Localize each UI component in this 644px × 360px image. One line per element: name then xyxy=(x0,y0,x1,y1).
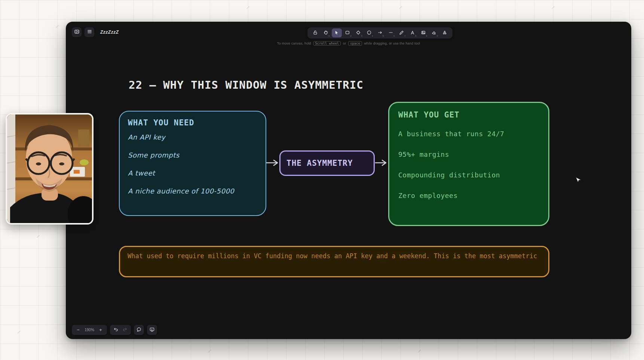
get-item: Zero employees xyxy=(398,192,458,199)
arrow-tool-button[interactable]: 5 xyxy=(375,28,385,37)
get-item: Compounding distribution xyxy=(398,171,500,179)
canvas-hint: To move canvas, hold Scroll wheel or spa… xyxy=(66,41,631,46)
sidebar-toggle-button[interactable] xyxy=(72,27,82,37)
slide-title: 22 — WHY THIS WINDOW IS ASYMMETRIC xyxy=(129,79,364,91)
redo-icon xyxy=(122,327,128,333)
app-title: ZzzZzzZ xyxy=(100,30,119,35)
image-tool-button[interactable]: 9 xyxy=(418,28,428,37)
need-box-header: WHAT YOU NEED xyxy=(128,118,194,127)
hand-icon xyxy=(323,30,328,36)
grid-tick xyxy=(56,25,59,28)
need-item: A tweet xyxy=(128,169,155,177)
image-icon xyxy=(421,30,426,36)
webcam-overlay[interactable] xyxy=(6,113,93,225)
sidebar-toggle-icon xyxy=(74,29,80,36)
ellipse-icon xyxy=(367,30,372,36)
get-box-header: WHAT YOU GET xyxy=(398,110,460,119)
presentation-screen-icon xyxy=(149,327,155,333)
need-item: An API key xyxy=(128,133,165,141)
undo-button[interactable] xyxy=(113,325,119,335)
undo-icon xyxy=(113,327,119,333)
space-key: space xyxy=(348,41,362,46)
top-left-controls: ZzzZzzZ xyxy=(72,27,119,37)
right-arrow-head xyxy=(382,160,386,165)
grid-tick xyxy=(246,6,249,9)
diamond-icon xyxy=(356,30,361,36)
hand-tool-button[interactable]: h xyxy=(321,28,331,37)
eraser-icon xyxy=(431,30,436,36)
grid-tick xyxy=(208,350,211,353)
selection-tool-button[interactable]: 1 xyxy=(332,28,342,37)
comments-button[interactable] xyxy=(134,325,144,335)
hamburger-icon xyxy=(87,29,92,36)
more-tools-shapes-icon xyxy=(442,30,447,36)
zoom-control: − 190% + xyxy=(72,325,107,335)
history-control xyxy=(110,325,131,335)
ellipse-tool-button[interactable]: 4 xyxy=(364,28,374,37)
left-arrow-head xyxy=(274,160,277,165)
line-icon xyxy=(388,30,393,36)
present-button[interactable] xyxy=(147,325,157,335)
zoom-out-button[interactable]: − xyxy=(75,325,81,335)
footer-controls: − 190% + xyxy=(72,325,157,335)
draw-tool-button[interactable]: 7 xyxy=(396,28,407,37)
rectangle-tool-button[interactable]: 2 xyxy=(343,28,353,37)
mouse-cursor xyxy=(576,177,581,182)
get-item: 95%+ margins xyxy=(398,150,449,158)
diamond-tool-button[interactable]: 3 xyxy=(353,28,364,37)
quote-box[interactable]: What used to require millions in VC fund… xyxy=(119,246,549,277)
eraser-tool-button[interactable]: 0 xyxy=(429,28,439,37)
grid-tick xyxy=(399,6,402,9)
what-you-need-box[interactable]: WHAT YOU NEED An API key Some prompts A … xyxy=(119,111,266,216)
arrow-icon xyxy=(377,30,383,36)
get-item: A business that runs 24/7 xyxy=(398,130,504,138)
text-icon xyxy=(410,30,415,36)
what-you-get-box[interactable]: WHAT YOU GET A business that runs 24/7 9… xyxy=(388,102,549,226)
text-tool-button[interactable]: 8 xyxy=(407,28,417,37)
tool-toolbar: h 1 2 3 4 xyxy=(307,27,453,39)
pencil-icon xyxy=(399,30,404,36)
selection-cursor-icon xyxy=(334,30,339,36)
scroll-wheel-key: Scroll wheel xyxy=(313,41,341,46)
presenter-video xyxy=(7,115,92,223)
grid-tick xyxy=(418,350,421,353)
comment-bubble-icon xyxy=(136,327,142,333)
quote-text: What used to require millions in VC fund… xyxy=(128,252,545,260)
lock-tool-button[interactable] xyxy=(310,28,320,37)
need-item: A niche audience of 100-5000 xyxy=(128,187,234,195)
zoom-level[interactable]: 190% xyxy=(85,328,94,332)
lock-icon xyxy=(313,30,318,36)
grid-tick xyxy=(552,6,555,9)
redo-button[interactable] xyxy=(122,325,128,335)
need-item: Some prompts xyxy=(128,151,180,159)
line-tool-button[interactable]: 6 xyxy=(386,28,396,37)
rectangle-icon xyxy=(345,30,350,36)
asymmetry-box[interactable]: THE ASYMMETRY xyxy=(279,150,375,176)
grid-tick xyxy=(18,330,21,333)
zoom-in-button[interactable]: + xyxy=(98,325,104,335)
asymmetry-label: THE ASYMMETRY xyxy=(286,159,353,168)
whiteboard-app-window: ZzzZzzZ h 1 2 xyxy=(66,22,631,339)
grid-tick xyxy=(37,235,40,238)
more-tools-button[interactable] xyxy=(440,28,450,37)
menu-button[interactable] xyxy=(85,27,94,37)
